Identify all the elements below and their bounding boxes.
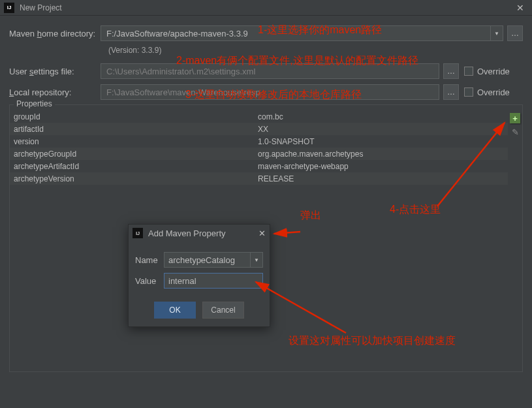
dialog-title: Add Maven Property xyxy=(148,228,226,238)
property-value: maven-archetype-webapp xyxy=(258,162,508,171)
table-row[interactable]: version1.0-SNAPSHOT xyxy=(10,135,508,148)
chevron-down-icon[interactable]: ▼ xyxy=(250,252,263,268)
table-row[interactable]: artifactIdXX xyxy=(10,123,508,135)
property-value: com.bc xyxy=(258,112,508,121)
override-label: Override xyxy=(477,67,510,76)
property-key: artifactId xyxy=(10,125,258,134)
edit-icon[interactable]: ✎ xyxy=(512,127,519,137)
property-key: archetypeVersion xyxy=(10,174,258,183)
local-repo-field[interactable]: F:\JavaSoftware\maven-Warehouse\resp xyxy=(101,84,439,100)
chevron-down-icon[interactable]: ▼ xyxy=(490,25,503,41)
dialog-row-name: Name archetypeCatalog ▼ xyxy=(135,251,263,269)
dialog-value-field[interactable]: internal xyxy=(164,273,263,289)
close-icon[interactable]: ✕ xyxy=(512,3,528,13)
properties-table: groupIdcom.bcartifactIdXXversion1.0-SNAP… xyxy=(10,110,508,185)
user-settings-label: User settings file: xyxy=(9,67,101,76)
checkbox[interactable] xyxy=(464,67,473,76)
dialog-name-label: Name xyxy=(135,255,164,265)
property-value: 1.0-SNAPSHOT xyxy=(258,137,508,146)
property-value: RELEASE xyxy=(258,174,508,183)
browse-button[interactable]: … xyxy=(443,63,459,79)
table-row[interactable]: archetypeGroupIdorg.apache.maven.archety… xyxy=(10,148,508,160)
properties-body: groupIdcom.bcartifactIdXXversion1.0-SNAP… xyxy=(10,105,522,185)
dialog-name-field[interactable]: archetypeCatalog xyxy=(164,252,250,268)
app-icon: IJ xyxy=(133,228,143,238)
override-label: Override xyxy=(477,87,510,97)
property-value: XX xyxy=(258,125,508,134)
dialog-name-select[interactable]: archetypeCatalog ▼ xyxy=(164,252,263,268)
dialog-titlebar: IJ Add Maven Property ✕ xyxy=(129,225,270,242)
property-key: archetypeArtifactId xyxy=(10,162,258,171)
browse-button[interactable]: … xyxy=(443,84,459,100)
table-row[interactable]: archetypeArtifactIdmaven-archetype-webap… xyxy=(10,160,508,172)
title: New Project xyxy=(20,3,62,12)
override-local-repo[interactable]: Override xyxy=(464,87,523,97)
dialog-value-label: Value xyxy=(135,276,164,286)
maven-home-label: Maven home directory: xyxy=(9,29,101,39)
ok-button[interactable]: OK xyxy=(154,302,196,319)
property-key: version xyxy=(10,137,258,146)
row-local-repo: Local repository: F:\JavaSoftware\maven-… xyxy=(9,84,523,101)
properties-tools: + ✎ xyxy=(508,110,522,185)
browse-button[interactable]: … xyxy=(507,25,523,41)
cancel-button[interactable]: Cancel xyxy=(202,302,244,319)
app-icon: IJ xyxy=(4,3,14,13)
local-repo-label: Local repository: xyxy=(9,87,101,97)
row-maven-home: Maven home directory: F:/JavaSoftware/ap… xyxy=(9,25,523,42)
maven-version-info: (Version: 3.3.9) xyxy=(108,46,523,55)
close-icon[interactable]: ✕ xyxy=(258,228,266,238)
add-maven-property-dialog: IJ Add Maven Property ✕ Name archetypeCa… xyxy=(128,224,270,327)
user-settings-field[interactable]: C:\Users\Administrator\.m2\settings.xml xyxy=(101,63,439,79)
row-user-settings: User settings file: C:\Users\Administrat… xyxy=(9,63,523,80)
properties-title: Properties xyxy=(14,99,55,108)
add-icon[interactable]: + xyxy=(510,113,520,123)
property-value: org.apache.maven.archetypes xyxy=(258,149,508,159)
table-row[interactable]: archetypeVersionRELEASE xyxy=(10,172,508,185)
maven-home-select[interactable]: F:/JavaSoftware/apache-maven-3.3.9 ▼ xyxy=(101,25,503,41)
property-key: groupId xyxy=(10,112,258,121)
titlebar: IJ New Project ✕ xyxy=(0,0,532,16)
table-row[interactable]: groupIdcom.bc xyxy=(10,110,508,123)
override-user-settings[interactable]: Override xyxy=(464,67,523,76)
maven-home-field[interactable]: F:/JavaSoftware/apache-maven-3.3.9 xyxy=(101,25,490,41)
checkbox[interactable] xyxy=(464,87,473,97)
dialog-row-value: Value internal xyxy=(135,272,263,290)
property-key: archetypeGroupId xyxy=(10,149,258,159)
dialog-body: Name archetypeCatalog ▼ Value internal xyxy=(129,242,270,296)
dialog-buttons: OK Cancel xyxy=(129,296,270,326)
